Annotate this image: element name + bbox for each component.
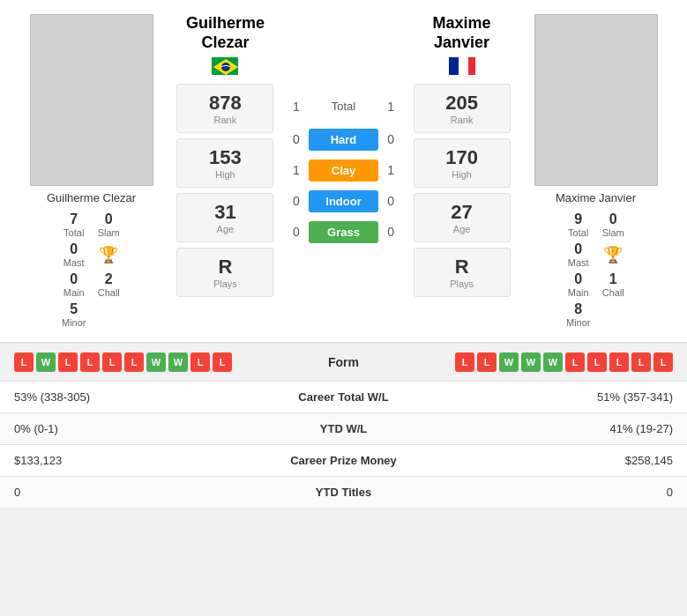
hard-row: 0 Hard 0 — [284, 129, 403, 151]
left-player-panel: Guilherme Clezar 7 Total 0 Slam 0 Mast 🏆 — [14, 14, 168, 328]
form-pill: L — [653, 353, 673, 372]
left-player-stats: 7 Total 0 Slam 0 Mast 🏆 0 Main — [62, 212, 121, 328]
france-flag-svg — [449, 57, 475, 75]
form-pill: L — [587, 353, 607, 372]
form-pill: L — [477, 353, 497, 372]
stats-row-left: 53% (338-305) — [14, 390, 265, 404]
indoor-left-score: 0 — [284, 194, 309, 208]
form-pill: L — [14, 353, 34, 372]
indoor-btn[interactable]: Indoor — [309, 190, 378, 212]
stats-row: $133,123Career Prize Money$258,145 — [0, 444, 687, 476]
left-flag — [212, 57, 238, 78]
right-plays-box: R Plays — [414, 248, 511, 297]
right-trophy-icon: 🏆 — [601, 241, 626, 268]
indoor-row: 0 Indoor 0 — [284, 190, 403, 212]
top-section: Guilherme Clezar 7 Total 0 Slam 0 Mast 🏆 — [0, 0, 687, 343]
stats-row-center: Career Prize Money — [265, 454, 423, 467]
stats-row-left: 0% (0-1) — [14, 422, 265, 435]
left-player-photo — [30, 14, 153, 186]
middle-section: Guilherme Clezar 878 Rank 153 — [175, 14, 512, 328]
form-pill: W — [36, 353, 56, 372]
stats-row: 0YTD Titles0 — [0, 476, 687, 508]
indoor-right-score: 0 — [378, 194, 403, 208]
total-left-score: 1 — [284, 100, 309, 114]
form-pill: W — [146, 353, 166, 372]
stats-row-center: Career Total W/L — [265, 390, 423, 404]
stats-row-right: $258,145 — [423, 454, 674, 467]
right-minor-stat: 8 Minor — [566, 301, 591, 328]
left-total-stat: 7 Total — [62, 212, 86, 238]
main-layout: Guilherme Clezar 7 Total 0 Slam 0 Mast 🏆 — [0, 0, 687, 508]
left-age-box: 31 Age — [176, 193, 273, 242]
hard-btn[interactable]: Hard — [309, 129, 378, 151]
left-slam-stat: 0 Slam — [97, 212, 122, 238]
right-player-photo — [534, 14, 658, 186]
clay-btn[interactable]: Clay — [309, 160, 378, 182]
right-age-box: 27 Age — [414, 193, 511, 242]
right-player-stats: 9 Total 0 Slam 0 Mast 🏆 0 Main — [566, 212, 625, 328]
form-pill: W — [521, 353, 541, 372]
form-label: Form — [300, 355, 388, 369]
left-player-name: Guilherme Clezar — [47, 191, 136, 204]
total-right-score: 1 — [378, 100, 403, 114]
right-slam-stat: 0 Slam — [601, 212, 626, 238]
form-pill: L — [455, 353, 474, 372]
left-form-pills: LWLLLLWWLL — [14, 353, 300, 372]
form-section: LWLLLLWWLL Form LLWWWLLLLL — [0, 343, 687, 381]
stats-row-right: 0 — [423, 486, 674, 499]
form-pill: L — [609, 353, 629, 372]
hard-left-score: 0 — [284, 132, 309, 146]
left-player-name-big: Guilherme Clezar — [175, 14, 275, 52]
right-player-panel: Maxime Janvier 9 Total 0 Slam 0 Mast 🏆 — [519, 14, 673, 328]
left-high-box: 153 High — [176, 138, 273, 188]
left-chall-stat: 2 Chall — [97, 271, 122, 298]
clay-row: 1 Clay 1 — [284, 160, 403, 182]
stats-row-right: 51% (357-341) — [423, 390, 674, 404]
form-pill: L — [190, 353, 210, 372]
left-plays-box: R Plays — [176, 248, 273, 297]
grass-left-score: 0 — [284, 225, 309, 239]
form-pill: L — [58, 353, 78, 372]
right-main-stat: 0 Main — [566, 271, 591, 298]
left-minor-stat: 5 Minor — [62, 301, 86, 328]
right-total-stat: 9 Total — [566, 212, 591, 238]
stats-row: 53% (338-305)Career Total W/L51% (357-34… — [0, 381, 687, 412]
total-row: 1 Total 1 — [284, 100, 403, 114]
stats-table: 53% (338-305)Career Total W/L51% (357-34… — [0, 381, 687, 508]
stats-row-center: YTD W/L — [265, 422, 423, 435]
brazil-flag-svg — [212, 57, 238, 75]
grass-btn[interactable]: Grass — [309, 221, 378, 243]
right-form-pills: LLWWWLLLLL — [388, 353, 674, 372]
clay-left-score: 1 — [284, 163, 309, 177]
stats-row-left: 0 — [14, 486, 265, 499]
stats-row-center: YTD Titles — [265, 486, 423, 499]
stats-row: 0% (0-1)YTD W/L41% (19-27) — [0, 412, 687, 444]
right-flag — [449, 57, 475, 78]
clay-right-score: 1 — [378, 163, 403, 177]
form-pill: W — [543, 353, 563, 372]
left-center-info: Guilherme Clezar 878 Rank 153 — [175, 14, 275, 328]
stats-row-right: 41% (19-27) — [423, 422, 674, 435]
left-main-stat: 0 Main — [62, 271, 86, 298]
left-rank-box: 878 Rank — [176, 84, 273, 133]
right-player-name-big: Maxime Janvier — [412, 14, 512, 52]
right-chall-stat: 1 Chall — [601, 271, 626, 298]
stats-row-left: $133,123 — [14, 454, 265, 467]
form-pill: L — [124, 353, 144, 372]
grass-right-score: 0 — [378, 225, 403, 239]
form-pill: L — [102, 353, 122, 372]
left-trophy-icon: 🏆 — [97, 241, 122, 268]
right-player-name: Maxime Janvier — [556, 191, 636, 204]
hard-right-score: 0 — [378, 132, 403, 146]
right-mast-stat: 0 Mast — [566, 241, 591, 268]
form-pill: W — [168, 353, 188, 372]
total-label: Total — [309, 100, 378, 113]
form-pill: L — [565, 353, 585, 372]
left-mast-stat: 0 Mast — [62, 241, 86, 268]
form-pill: L — [631, 353, 651, 372]
svg-rect-5 — [449, 57, 459, 75]
right-center-info: Maxime Janvier 205 Rank 170 High — [412, 14, 512, 328]
form-pill: L — [80, 353, 100, 372]
svg-point-2 — [221, 63, 230, 71]
right-rank-box: 205 Rank — [414, 84, 511, 133]
